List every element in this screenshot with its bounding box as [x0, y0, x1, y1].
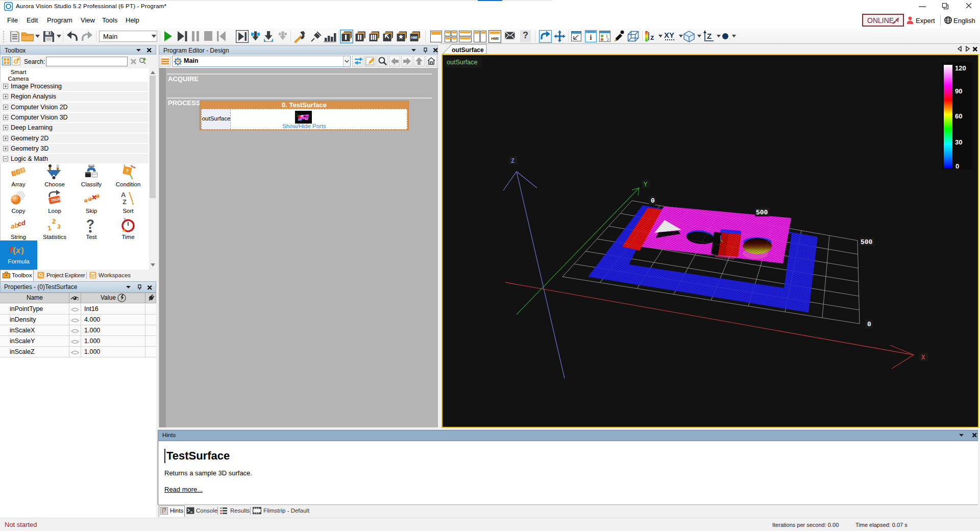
svg-text:i: i: [590, 34, 592, 41]
svg-text:): ): [21, 246, 24, 255]
svg-text:HMI: HMI: [411, 36, 418, 39]
svg-text:A: A: [121, 191, 126, 199]
svg-text:1: 1: [606, 34, 608, 38]
svg-text:2: 2: [607, 38, 609, 41]
svg-text:1: 1: [47, 224, 52, 232]
svg-text:Z: Z: [122, 198, 127, 206]
svg-text:X: X: [921, 354, 925, 361]
svg-text:0: 0: [651, 197, 655, 205]
svg-text:Z: Z: [511, 158, 514, 165]
svg-text:2: 2: [52, 218, 56, 225]
svg-text:x: x: [15, 246, 21, 255]
svg-text:500: 500: [756, 209, 768, 216]
svg-text:500: 500: [861, 238, 873, 246]
svg-text:HMI: HMI: [491, 36, 499, 41]
svg-text:cd: cd: [17, 219, 27, 228]
svg-text:Y: Y: [644, 181, 648, 188]
svg-text:0: 0: [867, 321, 871, 328]
svg-text:XY: XY: [664, 31, 674, 39]
svg-text:?: ?: [86, 216, 94, 232]
svg-text:z: z: [650, 33, 654, 41]
svg-text:Z: Z: [707, 32, 712, 40]
svg-text:3: 3: [57, 223, 61, 231]
